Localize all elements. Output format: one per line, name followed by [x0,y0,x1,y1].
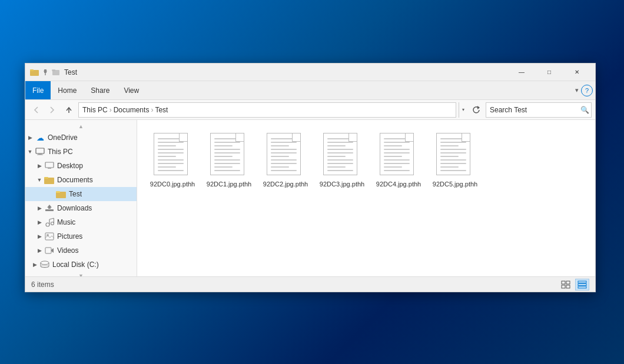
sidebar-item-thispc[interactable]: ▼ This PC [25,145,137,159]
sidebar-item-videos[interactable]: ▶ Videos [25,243,137,258]
expand-videos[interactable]: ▶ [35,243,44,258]
title-bar-icons [30,68,61,76]
file-item-file2[interactable]: 92DC2.jpg.pthh [260,129,311,192]
view-list-button[interactable] [575,279,589,290]
forward-button[interactable] [45,103,59,117]
item-count: 6 items [31,280,54,289]
file-name-file3: 92DC3.jpg.pthh [320,180,364,188]
back-button[interactable] [29,103,43,117]
expand-desktop[interactable]: ▶ [35,159,44,173]
file-item-file5[interactable]: 92DC5.jpg.pthh [429,129,481,192]
window-title: Test [64,68,508,76]
file-name-file2: 92DC2.jpg.pthh [263,180,308,188]
path-segment-thispc[interactable]: This PC [82,106,108,114]
path-dropdown-button[interactable]: ▾ [459,102,467,118]
up-button[interactable] [62,103,76,117]
maximize-button[interactable]: □ [536,64,563,81]
title-bar: Test — □ ✕ [25,64,595,81]
sidebar-label-desktop: Desktop [57,162,83,170]
svg-rect-17 [56,191,60,193]
videos-icon [44,245,55,256]
search-box[interactable]: 🔍 [486,102,592,118]
expand-music[interactable]: ▶ [35,215,44,229]
path-separator-2: › [151,106,153,114]
file-icon-file5 [436,133,474,178]
svg-rect-13 [48,168,51,169]
svg-rect-27 [45,248,51,253]
sidebar-label-music: Music [57,218,75,226]
menu-bar-right: ▾ ? [575,85,595,96]
expand-thispc[interactable]: ▼ [25,145,35,159]
expand-onedrive[interactable]: ▶ [25,131,35,145]
title-extra-icon [51,68,61,76]
view-grid-button[interactable] [559,279,573,290]
sidebar-label-onedrive: OneDrive [48,133,78,142]
svg-point-21 [51,222,54,225]
file-item-file4[interactable]: 92DC4.jpg.pthh [373,129,424,192]
svg-rect-31 [562,281,565,284]
close-button[interactable]: ✕ [563,64,590,81]
sidebar-label-localdisk: Local Disk (C:) [52,261,99,269]
scroll-up-indicator: ▲ [25,123,137,129]
main-content: ▲ ▶ ☁ OneDrive ▼ This PC [25,120,595,276]
file-item-file1[interactable]: 92DC1.jpg.pthh [203,129,255,192]
menu-view[interactable]: View [117,81,146,99]
title-folder-icon [30,68,39,76]
expand-pictures[interactable]: ▶ [35,229,44,243]
file-icon-file3 [323,133,361,178]
search-icon[interactable]: 🔍 [580,106,589,114]
refresh-button[interactable] [469,103,483,117]
file-icon-file2 [267,133,304,178]
file-area: 92DC0.jpg.pthh 92DC1.jpg.pthh 92DC2.jpg.… [137,120,595,276]
status-bar: 6 items [25,276,595,292]
sidebar-item-desktop[interactable]: ▶ Desktop [25,159,137,173]
path-separator-1: › [109,106,112,114]
file-item-file0[interactable]: 92DC0.jpg.pthh [147,129,198,192]
pictures-icon [44,231,55,242]
menu-file[interactable]: File [25,81,51,99]
menu-bar: File Home Share View ▾ ? [25,81,595,100]
file-icon-file4 [380,133,417,178]
menu-home[interactable]: Home [51,81,84,99]
svg-marker-8 [477,106,480,109]
sidebar-item-onedrive[interactable]: ▶ ☁ OneDrive [25,131,137,145]
file-name-file4: 92DC4.jpg.pthh [376,180,421,188]
title-bar-controls: — □ ✕ [508,64,590,81]
sidebar-item-music[interactable]: ▶ Music [25,215,137,229]
status-bar-right [559,279,589,290]
file-item-file3[interactable]: 92DC3.jpg.pthh [316,129,368,192]
expand-downloads[interactable]: ▶ [35,201,44,215]
path-segment-test[interactable]: Test [155,106,168,114]
svg-rect-12 [45,162,54,168]
sidebar-item-documents[interactable]: ▼ Documents [25,173,137,187]
localdisk-icon [39,259,50,270]
search-input[interactable] [490,106,578,114]
address-path[interactable]: This PC › Documents › Test [78,102,456,118]
explorer-window: Test — □ ✕ File Home Share View ▾ ? This… [25,63,596,292]
help-button[interactable]: ? [581,85,593,96]
expand-localdisk[interactable]: ▶ [30,258,39,272]
menu-share[interactable]: Share [84,81,117,99]
title-pin-icon [41,68,50,76]
minimize-button[interactable]: — [508,64,535,81]
file-name-file5: 92DC5.jpg.pthh [433,180,477,188]
downloads-icon [44,203,55,213]
sidebar-item-localdisk[interactable]: ▶ Local Disk (C:) [25,258,137,272]
sidebar-item-pictures[interactable]: ▶ Pictures [25,229,137,243]
svg-marker-28 [51,248,54,253]
thispc-icon [35,146,45,157]
sidebar-label-videos: Videos [57,246,78,255]
expand-documents[interactable]: ▼ [35,173,44,187]
svg-rect-33 [562,285,565,288]
music-icon [44,217,55,228]
sidebar-item-downloads[interactable]: ▶ Downloads [25,201,137,215]
doc-corner-fold [405,133,413,142]
svg-rect-18 [45,209,54,211]
path-segment-documents[interactable]: Documents [114,106,150,114]
doc-corner-fold [462,133,470,142]
test-folder-icon [56,189,67,199]
menu-chevron-down-icon: ▾ [575,86,579,94]
file-icon-file1 [210,133,248,178]
sidebar-item-test[interactable]: Test [25,187,137,201]
svg-rect-1 [30,69,34,71]
